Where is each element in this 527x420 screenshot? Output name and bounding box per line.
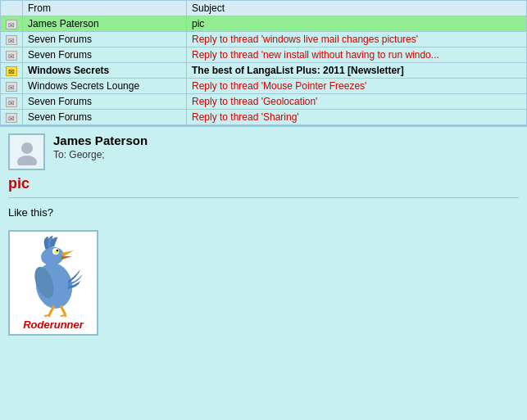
envelope-icon: ✉ [6,35,17,45]
row-subject: Reply to thread 'windows live mail chang… [187,32,527,47]
image-container: Roderunner [8,230,98,336]
envelope-icon: ✉ [6,66,17,76]
row-from: Seven Forums [23,94,187,110]
email-detail-pane: James Paterson To: George; pic Like this… [0,125,527,342]
avatar [8,133,45,170]
col-header-flag [1,1,23,16]
row-subject: pic [187,16,527,32]
col-header-from: From [23,1,187,16]
roadrunner-label: Roderunner [13,318,93,331]
svg-line-12 [61,305,66,315]
row-from: Seven Forums [23,32,187,47]
roadrunner-image [13,235,87,317]
row-subject: Reply to thread 'new install without hav… [187,47,527,63]
row-flag: ✉ [1,32,23,47]
envelope-icon: ✉ [6,113,17,123]
email-body-text: Like this? [8,206,519,219]
row-flag: ✉ [1,16,23,32]
row-from: Seven Forums [23,110,187,125]
table-row[interactable]: ✉James Patersonpic [1,16,527,32]
to-value: George; [69,149,104,160]
row-subject: The best of LangaList Plus: 2011 [Newsle… [187,63,527,79]
row-from: James Paterson [23,16,187,32]
envelope-icon: ✉ [6,51,17,61]
row-subject: Reply to thread 'Mouse Pointer Freezes' [187,79,527,94]
sender-info: James Paterson To: George; [53,133,148,160]
row-from: Windows Secrets [23,63,187,79]
svg-point-0 [21,142,33,154]
sender-name: James Paterson [53,133,148,147]
envelope-icon: ✉ [6,20,17,29]
row-flag: ✉ [1,94,23,110]
row-flag: ✉ [1,63,23,79]
sender-to: To: George; [53,149,148,160]
svg-marker-6 [61,256,72,260]
email-subject-display: pic [8,175,519,198]
table-row[interactable]: ✉Seven ForumsReply to thread 'new instal… [1,47,527,63]
table-row[interactable]: ✉Seven ForumsReply to thread 'Sharing' [1,110,527,125]
envelope-icon: ✉ [6,82,17,92]
envelope-icon: ✉ [6,97,17,107]
table-row[interactable]: ✉Windows Secrets LoungeReply to thread '… [1,79,527,94]
table-row[interactable]: ✉Seven ForumsReply to thread 'Geolocatio… [1,94,527,110]
row-from: Windows Secrets Lounge [23,79,187,94]
row-flag: ✉ [1,47,23,63]
row-flag: ✉ [1,79,23,94]
row-subject: Reply to thread 'Sharing' [187,110,527,125]
to-label: To: [53,149,69,160]
svg-point-1 [17,156,37,165]
row-flag: ✉ [1,110,23,125]
row-subject: Reply to thread 'Geolocation' [187,94,527,110]
col-header-subject: Subject [187,1,527,16]
email-list: From Subject ✉James Patersonpic✉Seven Fo… [0,0,527,125]
svg-point-9 [57,250,58,251]
email-header: James Paterson To: George; [8,133,519,170]
table-row[interactable]: ✉Seven ForumsReply to thread 'windows li… [1,32,527,47]
row-from: Seven Forums [23,47,187,63]
table-row[interactable]: ✉Windows SecretsThe best of LangaList Pl… [1,63,527,79]
